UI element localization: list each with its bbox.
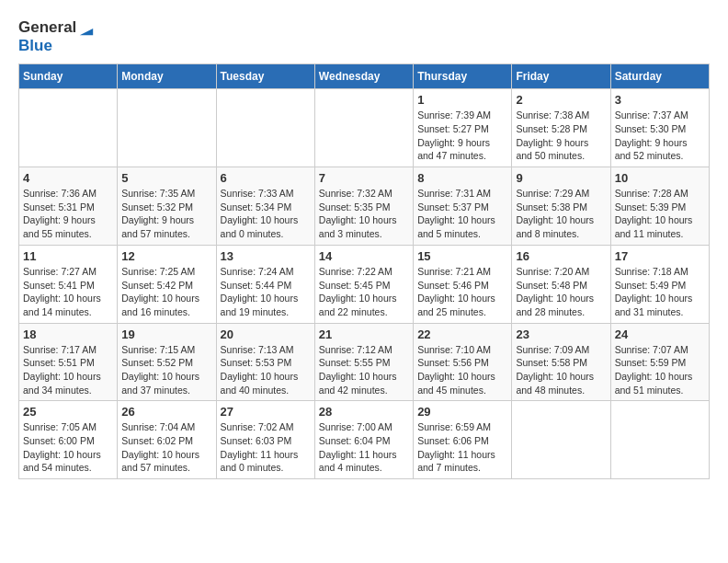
calendar-cell [512, 401, 610, 479]
calendar-cell: 7Sunrise: 7:32 AMSunset: 5:35 PMDaylight… [314, 167, 413, 246]
day-number: 28 [319, 405, 409, 419]
logo: General Blue [18, 18, 95, 54]
calendar-week-3: 11Sunrise: 7:27 AMSunset: 5:41 PMDayligh… [19, 245, 710, 323]
calendar-cell: 16Sunrise: 7:20 AMSunset: 5:48 PMDayligh… [512, 245, 610, 323]
calendar-cell: 17Sunrise: 7:18 AMSunset: 5:49 PMDayligh… [610, 245, 709, 323]
day-number: 24 [615, 327, 705, 341]
calendar-cell: 26Sunrise: 7:04 AMSunset: 6:02 PMDayligh… [118, 401, 216, 479]
day-info: Sunrise: 7:36 AMSunset: 5:31 PMDaylight:… [23, 187, 113, 241]
calendar-header-row: SundayMondayTuesdayWednesdayThursdayFrid… [19, 64, 710, 89]
day-info: Sunrise: 7:09 AMSunset: 5:58 PMDaylight:… [516, 343, 606, 397]
calendar-cell: 20Sunrise: 7:13 AMSunset: 5:53 PMDayligh… [216, 323, 314, 401]
day-info: Sunrise: 7:31 AMSunset: 5:37 PMDaylight:… [417, 187, 507, 241]
day-number: 1 [417, 93, 507, 107]
calendar-cell [118, 89, 216, 167]
day-info: Sunrise: 7:21 AMSunset: 5:46 PMDaylight:… [417, 265, 507, 319]
calendar-cell: 3Sunrise: 7:37 AMSunset: 5:30 PMDaylight… [610, 89, 709, 167]
logo-triangle-icon [78, 20, 95, 37]
day-info: Sunrise: 7:10 AMSunset: 5:56 PMDaylight:… [417, 343, 507, 397]
calendar-cell: 8Sunrise: 7:31 AMSunset: 5:37 PMDaylight… [414, 167, 512, 246]
day-info: Sunrise: 7:32 AMSunset: 5:35 PMDaylight:… [319, 187, 409, 241]
calendar-cell: 25Sunrise: 7:05 AMSunset: 6:00 PMDayligh… [19, 401, 118, 479]
day-number: 26 [121, 405, 211, 419]
calendar-cell: 5Sunrise: 7:35 AMSunset: 5:32 PMDaylight… [118, 167, 216, 246]
day-number: 7 [319, 171, 409, 185]
calendar-cell: 2Sunrise: 7:38 AMSunset: 5:28 PMDaylight… [512, 89, 610, 167]
calendar-cell [314, 89, 413, 167]
calendar-week-2: 4Sunrise: 7:36 AMSunset: 5:31 PMDaylight… [19, 167, 710, 246]
calendar-cell: 14Sunrise: 7:22 AMSunset: 5:45 PMDayligh… [314, 245, 413, 323]
calendar-week-1: 1Sunrise: 7:39 AMSunset: 5:27 PMDaylight… [19, 89, 710, 167]
calendar-cell: 27Sunrise: 7:02 AMSunset: 6:03 PMDayligh… [216, 401, 314, 479]
calendar-cell [19, 89, 118, 167]
day-info: Sunrise: 7:27 AMSunset: 5:41 PMDaylight:… [23, 265, 113, 319]
day-number: 15 [417, 249, 507, 263]
day-info: Sunrise: 7:22 AMSunset: 5:45 PMDaylight:… [319, 265, 409, 319]
calendar-cell: 13Sunrise: 7:24 AMSunset: 5:44 PMDayligh… [216, 245, 314, 323]
calendar-cell: 19Sunrise: 7:15 AMSunset: 5:52 PMDayligh… [118, 323, 216, 401]
day-info: Sunrise: 7:13 AMSunset: 5:53 PMDaylight:… [221, 343, 311, 397]
day-info: Sunrise: 7:33 AMSunset: 5:34 PMDaylight:… [221, 187, 311, 241]
weekday-header-sunday: Sunday [19, 64, 118, 89]
day-info: Sunrise: 7:12 AMSunset: 5:55 PMDaylight:… [319, 343, 409, 397]
calendar-cell: 28Sunrise: 7:00 AMSunset: 6:04 PMDayligh… [314, 401, 413, 479]
calendar-cell: 23Sunrise: 7:09 AMSunset: 5:58 PMDayligh… [512, 323, 610, 401]
calendar-cell: 9Sunrise: 7:29 AMSunset: 5:38 PMDaylight… [512, 167, 610, 246]
day-info: Sunrise: 7:15 AMSunset: 5:52 PMDaylight:… [121, 343, 211, 397]
day-number: 16 [516, 249, 606, 263]
day-info: Sunrise: 7:28 AMSunset: 5:39 PMDaylight:… [615, 187, 705, 241]
calendar-cell: 10Sunrise: 7:28 AMSunset: 5:39 PMDayligh… [610, 167, 709, 246]
day-number: 22 [417, 327, 507, 341]
day-number: 27 [221, 405, 311, 419]
calendar-cell: 24Sunrise: 7:07 AMSunset: 5:59 PMDayligh… [610, 323, 709, 401]
calendar-cell: 29Sunrise: 6:59 AMSunset: 6:06 PMDayligh… [414, 401, 512, 479]
calendar-cell [216, 89, 314, 167]
weekday-header-friday: Friday [512, 64, 610, 89]
day-number: 14 [319, 249, 409, 263]
day-info: Sunrise: 7:38 AMSunset: 5:28 PMDaylight:… [516, 109, 606, 163]
day-number: 6 [221, 171, 311, 185]
weekday-header-wednesday: Wednesday [314, 64, 413, 89]
day-number: 23 [516, 327, 606, 341]
calendar-cell: 22Sunrise: 7:10 AMSunset: 5:56 PMDayligh… [414, 323, 512, 401]
header: General Blue [18, 18, 710, 54]
day-number: 2 [516, 93, 606, 107]
calendar-cell: 4Sunrise: 7:36 AMSunset: 5:31 PMDaylight… [19, 167, 118, 246]
day-number: 11 [23, 249, 113, 263]
calendar-cell: 12Sunrise: 7:25 AMSunset: 5:42 PMDayligh… [118, 245, 216, 323]
day-number: 20 [221, 327, 311, 341]
weekday-header-saturday: Saturday [610, 64, 709, 89]
day-number: 13 [221, 249, 311, 263]
day-number: 12 [121, 249, 211, 263]
day-info: Sunrise: 7:20 AMSunset: 5:48 PMDaylight:… [516, 265, 606, 319]
day-number: 9 [516, 171, 606, 185]
calendar-cell: 15Sunrise: 7:21 AMSunset: 5:46 PMDayligh… [414, 245, 512, 323]
day-number: 18 [23, 327, 113, 341]
day-info: Sunrise: 7:39 AMSunset: 5:27 PMDaylight:… [417, 109, 507, 163]
weekday-header-thursday: Thursday [414, 64, 512, 89]
calendar-cell: 1Sunrise: 7:39 AMSunset: 5:27 PMDaylight… [414, 89, 512, 167]
calendar-week-5: 25Sunrise: 7:05 AMSunset: 6:00 PMDayligh… [19, 401, 710, 479]
day-number: 10 [615, 171, 705, 185]
calendar-cell: 21Sunrise: 7:12 AMSunset: 5:55 PMDayligh… [314, 323, 413, 401]
calendar-cell: 18Sunrise: 7:17 AMSunset: 5:51 PMDayligh… [19, 323, 118, 401]
day-info: Sunrise: 7:18 AMSunset: 5:49 PMDaylight:… [615, 265, 705, 319]
day-number: 25 [23, 405, 113, 419]
day-info: Sunrise: 7:00 AMSunset: 6:04 PMDaylight:… [319, 420, 409, 475]
day-number: 4 [23, 171, 113, 185]
day-info: Sunrise: 7:05 AMSunset: 6:00 PMDaylight:… [23, 420, 113, 475]
day-number: 29 [417, 405, 507, 419]
day-number: 3 [615, 93, 705, 107]
day-info: Sunrise: 7:04 AMSunset: 6:02 PMDaylight:… [121, 420, 211, 475]
weekday-header-tuesday: Tuesday [216, 64, 314, 89]
day-number: 19 [121, 327, 211, 341]
day-info: Sunrise: 7:29 AMSunset: 5:38 PMDaylight:… [516, 187, 606, 241]
day-info: Sunrise: 7:37 AMSunset: 5:30 PMDaylight:… [615, 109, 705, 163]
day-info: Sunrise: 7:25 AMSunset: 5:42 PMDaylight:… [121, 265, 211, 319]
day-info: Sunrise: 7:17 AMSunset: 5:51 PMDaylight:… [23, 343, 113, 397]
day-number: 17 [615, 249, 705, 263]
svg-marker-0 [80, 29, 93, 35]
calendar-cell [610, 401, 709, 479]
day-info: Sunrise: 7:35 AMSunset: 5:32 PMDaylight:… [121, 187, 211, 241]
day-number: 8 [417, 171, 507, 185]
